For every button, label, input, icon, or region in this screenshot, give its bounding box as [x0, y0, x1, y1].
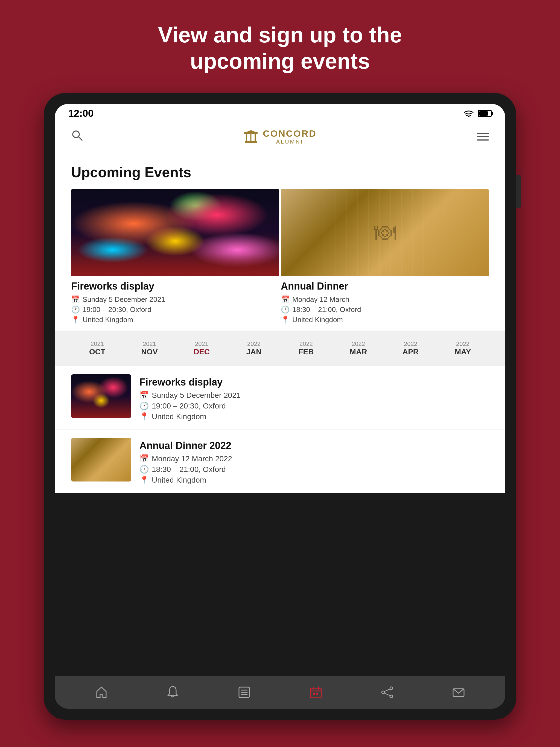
logo-sub-text: ALUMNI [263, 138, 316, 145]
din-list-time: 18:30 – 21:00, Oxford [152, 465, 226, 474]
wifi-icon [464, 110, 474, 117]
fw-list-date-row: 📅 Sunday 5 December 2021 [139, 391, 489, 400]
svg-rect-5 [251, 133, 252, 141]
din-list-pin-icon: 📍 [139, 475, 149, 485]
pin-icon: 📍 [71, 315, 80, 324]
clock-icon-2: 🕐 [281, 305, 289, 314]
pin-icon-2: 📍 [281, 315, 289, 324]
content-area: Upcoming Events Fireworks display 📅 [55, 150, 505, 676]
dinner-list-title: Annual Dinner 2022 [139, 440, 489, 452]
featured-events-grid: Fireworks display 📅 Sunday 5 December 20… [55, 189, 505, 331]
dinner-date: Monday 12 March [292, 295, 349, 304]
dinner-featured-info: Annual Dinner 📅 Monday 12 March 🕐 18:30 … [281, 276, 489, 331]
fireworks-location: United Kingdom [82, 315, 133, 324]
app-shell: 12:00 [55, 104, 505, 709]
nav-list[interactable] [233, 681, 255, 703]
svg-marker-8 [245, 130, 257, 133]
nav-share[interactable] [376, 681, 398, 703]
search-icon[interactable] [71, 129, 83, 144]
headline-line2: upcoming events [190, 49, 370, 73]
status-time: 12:00 [68, 108, 94, 119]
page-headline: View and sign up to the upcoming events [0, 22, 560, 74]
fw-list-pin-icon: 📍 [139, 412, 149, 421]
featured-card-dinner[interactable]: Annual Dinner 📅 Monday 12 March 🕐 18:30 … [281, 189, 489, 331]
fireworks-featured-info: Fireworks display 📅 Sunday 5 December 20… [71, 276, 279, 331]
svg-point-21 [390, 695, 393, 698]
month-2021-dec[interactable]: 2021 DEC [176, 338, 228, 358]
svg-rect-3 [245, 141, 257, 143]
svg-point-19 [382, 691, 384, 694]
list-icon [237, 686, 251, 699]
event-list-item-fireworks[interactable]: Fireworks display 📅 Sunday 5 December 20… [55, 366, 505, 430]
svg-line-23 [384, 693, 390, 696]
svg-line-22 [384, 689, 390, 692]
event-list-item-dinner[interactable]: Annual Dinner 2022 📅 Monday 12 March 202… [55, 430, 505, 493]
fireworks-list-meta: 📅 Sunday 5 December 2021 🕐 19:00 – 20:30… [139, 391, 489, 421]
dinner-location: United Kingdom [292, 315, 343, 324]
events-list: Fireworks display 📅 Sunday 5 December 20… [55, 366, 505, 493]
logo-temple-icon [244, 130, 258, 143]
nav-bell[interactable] [162, 681, 184, 703]
dinner-location-row: 📍 United Kingdom [281, 315, 489, 324]
menu-icon[interactable] [477, 133, 489, 140]
month-2021-oct[interactable]: 2021 OCT [71, 338, 123, 358]
fireworks-date: Sunday 5 December 2021 [82, 295, 165, 304]
fireworks-list-thumb [71, 374, 131, 418]
month-2021-nov[interactable]: 2021 NOV [123, 338, 176, 358]
din-list-date: Monday 12 March 2022 [152, 455, 232, 463]
tablet-frame: 12:00 [44, 93, 516, 720]
fw-list-clock-icon: 🕐 [139, 402, 149, 410]
din-list-clock-icon: 🕐 [139, 465, 149, 474]
status-bar: 12:00 [55, 104, 505, 123]
fw-list-time-row: 🕐 19:00 – 20:30, Oxford [139, 402, 489, 410]
dinner-list-meta: 📅 Monday 12 March 2022 🕐 18:30 – 21:00, … [139, 454, 489, 485]
svg-rect-17 [313, 693, 315, 695]
dinner-list-info: Annual Dinner 2022 📅 Monday 12 March 202… [139, 438, 489, 485]
fw-list-cal-icon: 📅 [139, 391, 149, 400]
fw-list-loc-row: 📍 United Kingdom [139, 412, 489, 421]
dinner-featured-image [281, 189, 489, 276]
dinner-time-row: 🕐 18:30 – 21:00, Oxford [281, 305, 489, 314]
din-list-time-row: 🕐 18:30 – 21:00, Oxford [139, 465, 489, 474]
calendar-icon: 📅 [71, 295, 80, 304]
app-logo: CONCORD ALUMNI [244, 129, 316, 145]
month-2022-feb[interactable]: 2022 FEB [280, 338, 332, 358]
din-list-date-row: 📅 Monday 12 March 2022 [139, 454, 489, 463]
svg-rect-6 [255, 133, 256, 141]
month-filter: 2021 OCT 2021 NOV 2021 DEC 2022 JAN [55, 331, 505, 366]
logo-main-text: CONCORD [263, 129, 316, 138]
nav-home[interactable] [91, 681, 112, 703]
din-list-location: United Kingdom [152, 476, 206, 485]
fw-list-location: United Kingdom [152, 412, 206, 421]
svg-rect-4 [246, 133, 247, 141]
nav-calendar[interactable] [305, 681, 327, 703]
calendar-icon-2: 📅 [281, 295, 289, 304]
fw-list-date: Sunday 5 December 2021 [152, 391, 240, 400]
month-2022-may[interactable]: 2022 MAY [437, 338, 489, 358]
fireworks-featured-meta: 📅 Sunday 5 December 2021 🕐 19:00 – 20:30… [71, 295, 279, 324]
month-2022-jan[interactable]: 2022 JAN [228, 338, 280, 358]
fw-list-time: 19:00 – 20:30, Oxford [152, 402, 226, 410]
fireworks-location-row: 📍 United Kingdom [71, 315, 279, 324]
logo-text: CONCORD ALUMNI [263, 129, 316, 145]
fireworks-featured-title: Fireworks display [71, 281, 279, 292]
featured-card-fireworks[interactable]: Fireworks display 📅 Sunday 5 December 20… [71, 189, 279, 331]
section-title: Upcoming Events [55, 150, 505, 189]
din-list-cal-icon: 📅 [139, 454, 149, 463]
fireworks-featured-image [71, 189, 279, 276]
clock-icon: 🕐 [71, 305, 80, 314]
bottom-nav [55, 676, 505, 709]
fireworks-time: 19:00 – 20:30, Oxford [82, 305, 152, 314]
app-header: CONCORD ALUMNI [55, 123, 505, 150]
dinner-list-thumb [71, 438, 131, 482]
nav-mail[interactable] [448, 681, 469, 703]
mail-icon [452, 686, 465, 699]
battery-icon [478, 110, 492, 117]
month-2022-mar[interactable]: 2022 MAR [332, 338, 384, 358]
dinner-featured-meta: 📅 Monday 12 March 🕐 18:30 – 21:00, Oxfor… [281, 295, 489, 324]
status-icons [464, 110, 492, 117]
svg-line-2 [78, 137, 82, 140]
fireworks-list-title: Fireworks display [139, 377, 489, 388]
month-2022-apr[interactable]: 2022 APR [384, 338, 437, 358]
home-icon [95, 686, 108, 699]
